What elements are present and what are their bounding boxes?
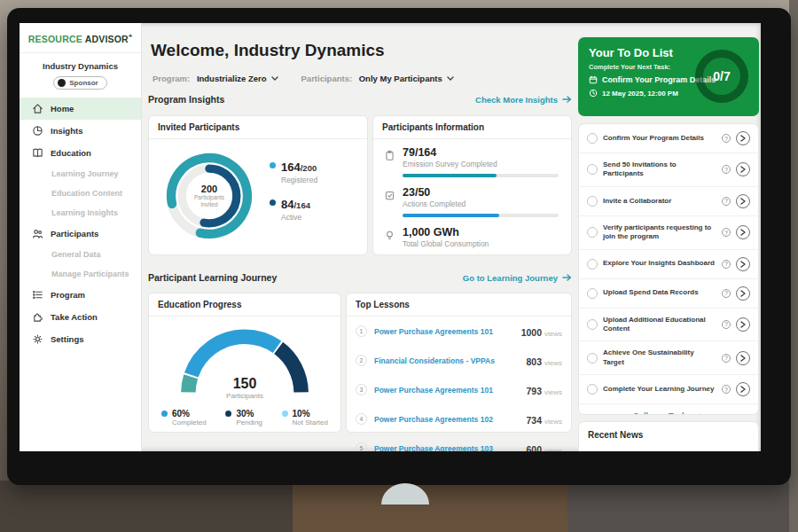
task-label: Explore Your Insights Dashboard — [603, 259, 716, 268]
clock-icon — [589, 89, 598, 98]
logo-part-1: RESOURCE — [28, 34, 82, 44]
sidebar-item-program[interactable]: Program — [20, 284, 141, 306]
lesson-rank: 4 — [356, 413, 367, 425]
sidebar-item-learning-journey[interactable]: Learning Journey — [20, 164, 141, 184]
logo-plus: + — [129, 33, 132, 39]
help-icon[interactable]: ? — [722, 354, 731, 363]
sidebar-item-manage-participants[interactable]: Manage Participants — [20, 264, 141, 284]
sponsor-badge[interactable]: Sponsor — [53, 76, 106, 90]
sidebar-item-label: Settings — [51, 334, 83, 344]
recent-news-card: Recent News — [578, 421, 759, 451]
check-more-insights-link[interactable]: Check More Insights — [475, 95, 572, 105]
task-row: Verify participants requesting to join t… — [579, 216, 758, 250]
task-go-button[interactable] — [736, 382, 750, 396]
sidebar-item-insights[interactable]: Insights — [20, 120, 141, 142]
task-checkbox[interactable] — [587, 227, 598, 238]
sidebar-item-general-data[interactable]: General Data — [20, 245, 141, 264]
todo-next-time-label: 12 May 2025, 12:00 PM — [602, 90, 678, 98]
task-row: Send 50 Invitations to Participants ? — [579, 153, 758, 187]
gauge-center-label: Participants — [174, 392, 316, 400]
lesson-link[interactable]: Power Purchase Agreements 101 — [374, 386, 519, 395]
task-label: Complete Your Learning Journey — [603, 385, 716, 394]
task-go-button[interactable] — [736, 351, 750, 365]
participants-information-title: Participants Information — [373, 116, 571, 139]
learning-journey-header: Participant Learning Journey Go to Learn… — [148, 272, 572, 283]
help-icon[interactable]: ? — [722, 228, 731, 237]
go-to-learning-journey-link[interactable]: Go to Learning Journey — [463, 273, 572, 283]
help-icon[interactable]: ? — [722, 197, 731, 206]
lesson-views-suffix: views — [544, 330, 562, 338]
stat-value: 79/164 — [403, 146, 559, 159]
chevron-up-icon — [696, 413, 704, 415]
help-icon[interactable]: ? — [722, 165, 731, 174]
active-label: Active — [281, 213, 310, 222]
sidebar-item-home[interactable]: Home — [20, 98, 141, 120]
lesson-link[interactable]: Power Purchase Agreements 102 — [374, 415, 519, 424]
collapse-tasks-link[interactable]: Collapse Tasks — [579, 404, 758, 415]
chevron-right-icon — [740, 321, 746, 328]
task-go-button[interactable] — [736, 225, 750, 239]
task-go-button[interactable] — [736, 194, 750, 208]
sidebar-item-take-action[interactable]: Take Action — [20, 306, 141, 328]
task-list-card: Confirm Your Program Details ? Send 50 I… — [578, 123, 759, 415]
participants-filter[interactable]: Participants: Only My Participants — [301, 74, 454, 83]
task-checkbox[interactable] — [587, 259, 598, 270]
lesson-row: 1 Power Purchase Agreements 101 1000view… — [347, 317, 571, 346]
sidebar-item-education-content[interactable]: Education Content — [20, 184, 141, 203]
program-icon — [32, 289, 43, 301]
program-filter-value: Industrialize Zero — [197, 74, 267, 83]
sidebar-item-label: Insights — [51, 126, 82, 136]
help-icon[interactable]: ? — [722, 260, 731, 269]
task-checkbox[interactable] — [587, 384, 598, 395]
task-go-button[interactable] — [736, 131, 750, 145]
lesson-views: 803 — [526, 356, 542, 367]
lesson-link[interactable]: Financial Considerations - VPPAs — [374, 356, 519, 365]
lesson-row: 2 Financial Considerations - VPPAs 803vi… — [347, 346, 571, 375]
education-progress-title: Education Progress — [149, 293, 340, 317]
todo-list-card: Your To Do List Complete Your Next Task:… — [578, 37, 759, 116]
legend-registered: 164/200 Registered — [270, 159, 317, 184]
lesson-rank: 3 — [356, 384, 367, 395]
task-checkbox[interactable] — [587, 164, 598, 175]
participants-filter-label: Participants: — [301, 74, 353, 83]
top-lessons-title: Top Lessons — [347, 293, 571, 317]
help-icon[interactable]: ? — [722, 289, 731, 298]
clipboard-icon — [384, 150, 395, 161]
sidebar-item-participants[interactable]: Participants — [20, 223, 141, 245]
help-icon[interactable]: ? — [722, 320, 731, 329]
sidebar-item-settings[interactable]: Settings — [20, 328, 141, 350]
registered-total: /200 — [301, 163, 317, 173]
task-checkbox[interactable] — [587, 353, 598, 364]
sidebar-item-learning-insights[interactable]: Learning Insights — [20, 203, 141, 223]
lesson-link[interactable]: Power Purchase Agreements 101 — [374, 327, 514, 336]
task-label: Achieve One Sustainability Target — [603, 348, 716, 367]
legend-not-started: 10% Not Started — [282, 409, 328, 426]
legend-active: 84/164 Active — [270, 196, 317, 222]
task-go-button[interactable] — [736, 286, 750, 301]
sidebar-nav: Home Insights Education Learning Journey… — [20, 98, 141, 350]
task-go-button[interactable] — [736, 317, 750, 332]
task-checkbox[interactable] — [587, 288, 598, 299]
task-row: Complete Your Learning Journey ? — [579, 375, 758, 404]
task-checkbox[interactable] — [587, 319, 598, 330]
chevron-right-icon — [740, 198, 746, 205]
arrow-right-icon — [562, 96, 572, 103]
task-checkbox[interactable] — [587, 133, 598, 144]
sidebar-item-label: Education — [51, 148, 91, 158]
todo-counter: 0/7 — [713, 69, 730, 83]
active-total: /164 — [293, 200, 310, 210]
education-progress-card: Education Progress 150 Participants 60% … — [148, 293, 341, 433]
task-go-button[interactable] — [736, 162, 750, 176]
task-go-button[interactable] — [736, 257, 750, 271]
program-filter[interactable]: Program: Industrialize Zero — [153, 74, 278, 83]
help-icon[interactable]: ? — [722, 134, 731, 143]
task-checkbox[interactable] — [587, 196, 598, 207]
sidebar-item-education[interactable]: Education — [20, 142, 141, 164]
pending-value: 30% — [236, 409, 262, 419]
stat-emission-survey: 79/164 Emission Survey Completed — [373, 139, 571, 179]
chevron-right-icon — [740, 386, 746, 393]
lesson-link[interactable]: Power Purchase Agreements 103 — [374, 444, 519, 452]
sidebar: RESOURCE ADVISOR+ Industry Dynamics Spon… — [20, 23, 142, 451]
help-icon[interactable]: ? — [722, 385, 731, 394]
gauge-center: 150 Participants — [174, 376, 316, 400]
